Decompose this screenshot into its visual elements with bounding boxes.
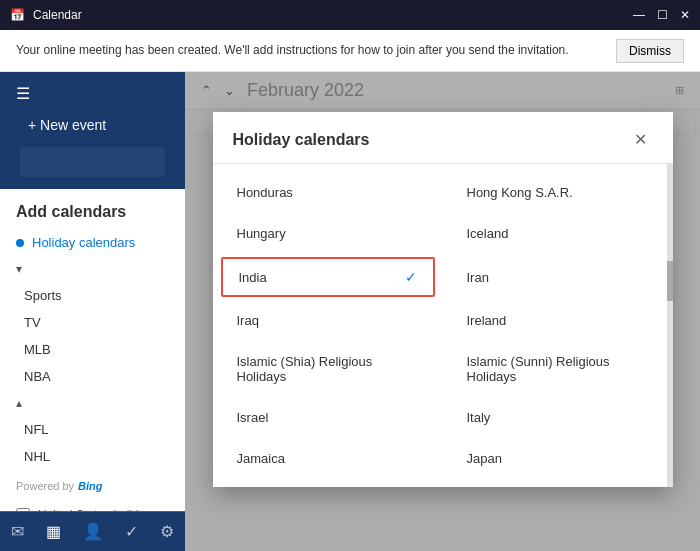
powered-by: Powered by Bing: [0, 470, 185, 502]
holiday-calendars-label: Holiday calendars: [32, 235, 135, 250]
calendar-main: ⌃ ⌄ February 2022 ⊞ 20 21 22 23 24 25 26…: [185, 72, 700, 551]
holiday-item-jamaica[interactable]: Jamaica: [221, 441, 435, 476]
holiday-item-honduras[interactable]: Honduras: [221, 175, 435, 210]
hong-kong-label: Hong Kong S.A.R.: [467, 185, 573, 200]
hamburger-button[interactable]: ☰: [12, 80, 173, 107]
nba-label: NBA: [24, 369, 51, 384]
active-dot: [16, 239, 24, 247]
modal-close-button[interactable]: ✕: [628, 128, 653, 151]
holiday-item-hungary[interactable]: Hungary: [221, 216, 435, 251]
chevron-up-icon: ▴: [16, 396, 22, 410]
new-event-button[interactable]: + New event: [12, 107, 173, 143]
holiday-grid: Honduras Hong Kong S.A.R. Hungary Icelan…: [213, 172, 673, 479]
minimize-button[interactable]: —: [633, 8, 645, 22]
modal-title: Holiday calendars: [233, 131, 370, 149]
modal-header: Holiday calendars ✕: [213, 112, 673, 164]
holiday-item-india[interactable]: India ✓: [221, 257, 435, 297]
holiday-item-iceland[interactable]: Iceland: [451, 216, 665, 251]
sidebar-item-holiday-calendars[interactable]: Holiday calendars: [8, 229, 177, 256]
nfl-section-header[interactable]: ▴: [8, 390, 177, 416]
bottom-nav: ✉ ▦ 👤 ✓ ⚙: [0, 511, 185, 551]
islamic-shia-label: Islamic (Shia) Religious Holidays: [237, 354, 419, 384]
nfl-label: NFL: [24, 422, 49, 437]
israel-label: Israel: [237, 410, 269, 425]
mail-nav-icon[interactable]: ✉: [7, 518, 28, 545]
mini-calendar-stub: [20, 147, 165, 177]
japan-label: Japan: [467, 451, 502, 466]
holiday-item-israel[interactable]: Israel: [221, 400, 435, 435]
left-panel: ☰ + New event Add calendars Holiday cale…: [0, 72, 185, 551]
sidebar-item-nfl[interactable]: NFL: [8, 416, 177, 443]
calendar-list: Holiday calendars ▾ Sports TV MLB NBA: [0, 229, 185, 470]
holiday-list[interactable]: Honduras Hong Kong S.A.R. Hungary Icelan…: [213, 164, 673, 487]
dismiss-button[interactable]: Dismiss: [616, 39, 684, 63]
modal-overlay: Holiday calendars ✕ Honduras Hong Kong S…: [185, 72, 700, 551]
notification-text: Your online meeting has been created. We…: [16, 42, 569, 59]
islamic-sunni-label: Islamic (Sunni) Religious Holidays: [467, 354, 649, 384]
india-label: India: [239, 270, 267, 285]
sports-section-header[interactable]: ▾: [8, 256, 177, 282]
powered-by-text: Powered by: [16, 480, 74, 492]
hungary-label: Hungary: [237, 226, 286, 241]
italy-label: Italy: [467, 410, 491, 425]
calendar-icon: 📅: [10, 8, 25, 22]
india-check-icon: ✓: [405, 269, 417, 285]
add-calendars-panel: Add calendars Holiday calendars ▾ Sports…: [0, 189, 185, 528]
mlb-label: MLB: [24, 342, 51, 357]
new-event-label: + New event: [28, 117, 106, 133]
holiday-item-iran[interactable]: Iran: [451, 257, 665, 297]
bing-logo: Bing: [78, 480, 102, 492]
title-bar: 📅 Calendar — ☐ ✕: [0, 0, 700, 30]
ireland-label: Ireland: [467, 313, 507, 328]
calendar-nav-icon[interactable]: ▦: [42, 518, 65, 545]
holiday-item-italy[interactable]: Italy: [451, 400, 665, 435]
notification-bar: Your online meeting has been created. We…: [0, 30, 700, 72]
app-title: Calendar: [33, 8, 82, 22]
nhl-label: NHL: [24, 449, 50, 464]
sidebar-item-mlb[interactable]: MLB: [8, 336, 177, 363]
holiday-calendars-modal: Holiday calendars ✕ Honduras Hong Kong S…: [213, 112, 673, 487]
modal-scrollbar-thumb: [667, 261, 673, 301]
settings-nav-icon[interactable]: ⚙: [156, 518, 178, 545]
holiday-item-iraq[interactable]: Iraq: [221, 303, 435, 338]
holiday-item-islamic-shia[interactable]: Islamic (Shia) Religious Holidays: [221, 344, 435, 394]
sidebar-item-sports[interactable]: Sports: [8, 282, 177, 309]
honduras-label: Honduras: [237, 185, 293, 200]
holiday-item-islamic-sunni[interactable]: Islamic (Sunni) Religious Holidays: [451, 344, 665, 394]
tv-label: TV: [24, 315, 41, 330]
jamaica-label: Jamaica: [237, 451, 285, 466]
modal-scrollbar[interactable]: [667, 164, 673, 487]
chevron-down-icon: ▾: [16, 262, 22, 276]
sidebar-item-tv[interactable]: TV: [8, 309, 177, 336]
iraq-label: Iraq: [237, 313, 259, 328]
holiday-item-hong-kong[interactable]: Hong Kong S.A.R.: [451, 175, 665, 210]
holiday-item-japan[interactable]: Japan: [451, 441, 665, 476]
sidebar-top: ☰ + New event: [0, 72, 185, 189]
close-button[interactable]: ✕: [680, 8, 690, 22]
app-body: ☰ + New event Add calendars Holiday cale…: [0, 72, 700, 551]
tasks-nav-icon[interactable]: ✓: [121, 518, 142, 545]
sidebar-item-nhl[interactable]: NHL: [8, 443, 177, 470]
iceland-label: Iceland: [467, 226, 509, 241]
iran-label: Iran: [467, 270, 489, 285]
sports-label: Sports: [24, 288, 62, 303]
maximize-button[interactable]: ☐: [657, 8, 668, 22]
sidebar-item-nba[interactable]: NBA: [8, 363, 177, 390]
watermark: wsxdn.com: [644, 536, 694, 547]
holiday-item-ireland[interactable]: Ireland: [451, 303, 665, 338]
people-nav-icon[interactable]: 👤: [79, 518, 107, 545]
add-calendars-header: Add calendars: [0, 189, 185, 229]
